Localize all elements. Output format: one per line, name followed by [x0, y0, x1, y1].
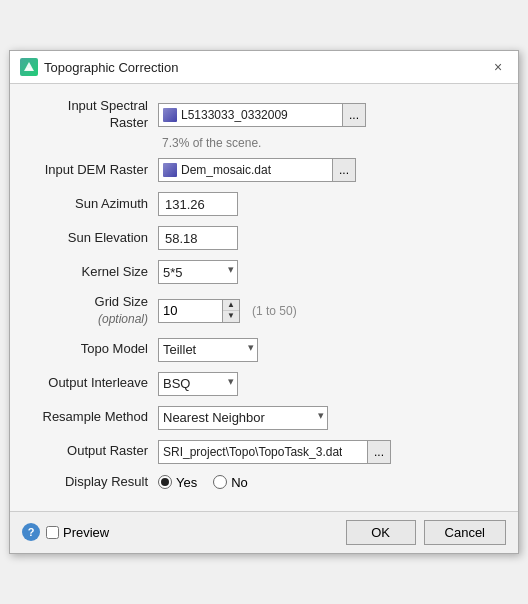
sun-elevation-row: Sun Elevation [28, 226, 500, 250]
sun-azimuth-row: Sun Azimuth [28, 192, 500, 216]
display-yes-option[interactable]: Yes [158, 475, 197, 490]
close-button[interactable]: × [488, 57, 508, 77]
display-yes-label: Yes [176, 475, 197, 490]
display-result-label: Display Result [28, 474, 158, 491]
sun-azimuth-input[interactable] [158, 192, 238, 216]
cancel-button[interactable]: Cancel [424, 520, 506, 545]
spectral-file-text: L5133033_0332009 [181, 108, 288, 122]
input-dem-raster-label: Input DEM Raster [28, 162, 158, 179]
preview-checkbox[interactable] [46, 526, 59, 539]
output-interleave-label: Output Interleave [28, 375, 158, 392]
grid-size-input[interactable] [158, 299, 223, 323]
resample-method-row: Resample Method Nearest Neighbor Bilinea… [28, 406, 500, 430]
topo-model-row: Topo Model Teillet Minnaert C-Factor [28, 338, 500, 362]
output-raster-row: Output Raster SRI_project\Topo\TopoTask_… [28, 440, 500, 464]
dialog-body: Input Spectral Raster L5133033_0332009 .… [10, 84, 518, 510]
resample-method-wrapper: Nearest Neighbor Bilinear Cubic Convolut… [158, 406, 328, 430]
topo-model-label: Topo Model [28, 341, 158, 358]
dem-file-icon [163, 163, 177, 177]
input-spectral-raster-field: L5133033_0332009 ... [158, 103, 366, 127]
preview-label: Preview [63, 525, 109, 540]
resample-method-select[interactable]: Nearest Neighbor Bilinear Cubic Convolut… [158, 406, 328, 430]
input-dem-raster-field: Dem_mosaic.dat ... [158, 158, 356, 182]
title-bar: Topographic Correction × [10, 51, 518, 84]
resample-method-label: Resample Method [28, 409, 158, 426]
grid-size-up-button[interactable]: ▲ [223, 300, 239, 311]
svg-marker-0 [24, 62, 34, 71]
dialog-footer: ? Preview OK Cancel [10, 511, 518, 553]
dem-file-text: Dem_mosaic.dat [181, 163, 271, 177]
topo-model-select[interactable]: Teillet Minnaert C-Factor [158, 338, 258, 362]
display-yes-radio[interactable] [158, 475, 172, 489]
output-raster-field: SRI_project\Topo\TopoTask_3.dat ... [158, 440, 391, 464]
display-no-radio[interactable] [213, 475, 227, 489]
kernel-size-label: Kernel Size [28, 264, 158, 281]
sun-elevation-input[interactable] [158, 226, 238, 250]
output-raster-text: SRI_project\Topo\TopoTask_3.dat [163, 445, 342, 459]
help-icon[interactable]: ? [22, 523, 40, 541]
output-interleave-select[interactable]: BSQ BIL BIP [158, 372, 238, 396]
output-browse-button[interactable]: ... [368, 440, 391, 464]
ok-button[interactable]: OK [346, 520, 416, 545]
input-dem-raster-input[interactable]: Dem_mosaic.dat [158, 158, 333, 182]
spectral-hint: 7.3% of the scene. [162, 136, 261, 150]
dialog-icon [20, 58, 38, 76]
topo-model-wrapper: Teillet Minnaert C-Factor [158, 338, 258, 362]
kernel-size-select[interactable]: 5*5 3*3 7*7 [158, 260, 238, 284]
spectral-file-icon [163, 108, 177, 122]
input-spectral-raster-input[interactable]: L5133033_0332009 [158, 103, 343, 127]
output-raster-input[interactable]: SRI_project\Topo\TopoTask_3.dat [158, 440, 368, 464]
grid-size-row: Grid Size (optional) ▲ ▼ (1 to 50) [28, 294, 500, 328]
dem-browse-button[interactable]: ... [333, 158, 356, 182]
topographic-correction-dialog: Topographic Correction × Input Spectral … [9, 50, 519, 553]
grid-size-hint: (1 to 50) [252, 304, 297, 318]
spectral-hint-row: 7.3% of the scene. [28, 136, 500, 150]
sun-azimuth-label: Sun Azimuth [28, 196, 158, 213]
preview-checkbox-label[interactable]: Preview [46, 525, 109, 540]
output-interleave-wrapper: BSQ BIL BIP [158, 372, 238, 396]
grid-size-optional: (optional) [98, 312, 148, 326]
grid-size-spinbox: ▲ ▼ [158, 299, 240, 323]
kernel-size-row: Kernel Size 5*5 3*3 7*7 [28, 260, 500, 284]
spectral-browse-button[interactable]: ... [343, 103, 366, 127]
kernel-size-wrapper: 5*5 3*3 7*7 [158, 260, 238, 284]
input-dem-raster-row: Input DEM Raster Dem_mosaic.dat ... [28, 158, 500, 182]
output-raster-label: Output Raster [28, 443, 158, 460]
display-result-group: Yes No [158, 475, 248, 490]
grid-size-label: Grid Size [95, 294, 148, 309]
display-no-option[interactable]: No [213, 475, 248, 490]
dialog-title: Topographic Correction [44, 60, 178, 75]
display-no-label: No [231, 475, 248, 490]
grid-size-down-button[interactable]: ▼ [223, 311, 239, 322]
sun-elevation-label: Sun Elevation [28, 230, 158, 247]
input-spectral-raster-row: Input Spectral Raster L5133033_0332009 .… [28, 98, 500, 132]
output-interleave-row: Output Interleave BSQ BIL BIP [28, 372, 500, 396]
input-spectral-raster-label: Input Spectral Raster [28, 98, 158, 132]
display-result-row: Display Result Yes No [28, 474, 500, 491]
